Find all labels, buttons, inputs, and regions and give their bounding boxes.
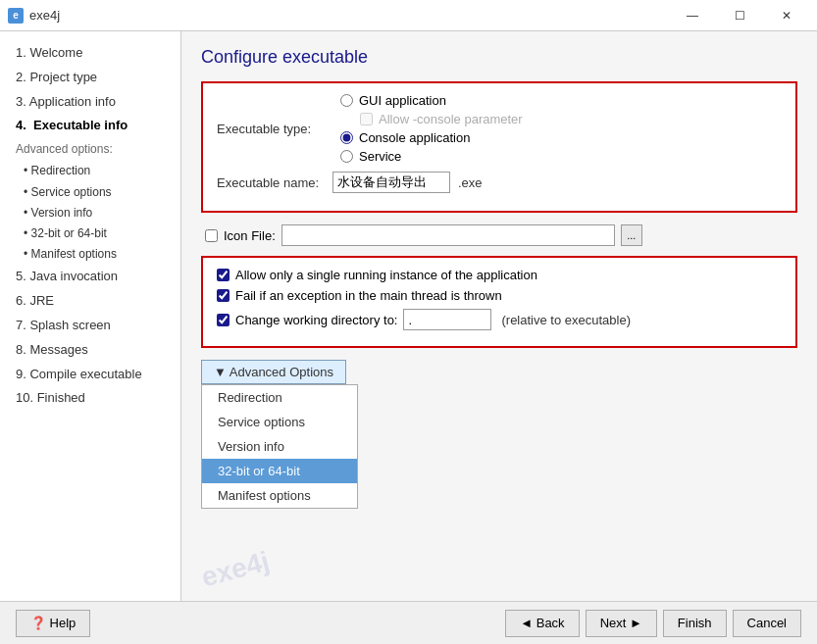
- fail-exception-checkbox[interactable]: [217, 289, 230, 302]
- icon-browse-button[interactable]: ...: [621, 224, 642, 246]
- sidebar-item-version-info[interactable]: • Version info: [0, 203, 180, 223]
- fail-exception-row: Fail if an exception in the main thread …: [217, 288, 782, 303]
- title-bar: e exe4j — ☐ ✕: [0, 0, 817, 31]
- executable-type-section: Executable type: GUI application Allow -…: [201, 81, 797, 213]
- dropdown-item-service-options[interactable]: Service options: [202, 410, 357, 434]
- page-title: Configure executable: [201, 47, 797, 68]
- icon-file-label: Icon File:: [224, 228, 276, 243]
- exe-name-row: Executable name: .exe: [217, 172, 782, 193]
- icon-file-row: Icon File: ...: [205, 224, 797, 246]
- sidebar-item-finished[interactable]: 10. Finished: [0, 386, 180, 411]
- sidebar-item-compile[interactable]: 9. Compile executable: [0, 363, 180, 387]
- sidebar: 1. Welcome 2. Project type 3. Applicatio…: [0, 31, 181, 644]
- main-container: 1. Welcome 2. Project type 3. Applicatio…: [0, 31, 817, 644]
- finish-button[interactable]: Finish: [663, 610, 727, 637]
- sidebar-item-service-options[interactable]: • Service options: [0, 182, 180, 203]
- sidebar-item-redirection[interactable]: • Redirection: [0, 161, 180, 181]
- sidebar-item-messages[interactable]: 8. Messages: [0, 338, 180, 363]
- window-title: exe4j: [29, 8, 60, 23]
- advanced-options-container: ▼ Advanced Options Redirection Service o…: [201, 360, 797, 384]
- working-dir-checkbox[interactable]: [217, 314, 230, 326]
- gui-radio-row: GUI application: [340, 93, 523, 108]
- watermark: exe4j: [198, 545, 273, 593]
- options-section: Allow only a single running instance of …: [201, 256, 797, 348]
- allow-console-checkbox[interactable]: [360, 113, 373, 125]
- cancel-label: Cancel: [747, 616, 787, 630]
- back-label: ◄ Back: [520, 616, 564, 630]
- dropdown-item-32bit[interactable]: 32-bit or 64-bit: [202, 459, 357, 483]
- exe-type-label: Executable type:: [217, 122, 325, 136]
- exe-type-radio-group: GUI application Allow -console parameter…: [340, 93, 523, 164]
- sidebar-item-manifest[interactable]: • Manifest options: [0, 244, 180, 265]
- close-button[interactable]: ✕: [764, 0, 809, 31]
- working-dir-input[interactable]: [403, 309, 491, 330]
- working-dir-row: Change working directory to: (relative t…: [217, 309, 782, 330]
- help-label: ❓ Help: [30, 616, 76, 630]
- gui-label: GUI application: [359, 93, 446, 108]
- content-area: Configure executable Executable type: GU…: [181, 31, 817, 644]
- cancel-button[interactable]: Cancel: [733, 610, 801, 637]
- service-radio-row: Service: [340, 149, 523, 164]
- advanced-options-button[interactable]: ▼ Advanced Options: [201, 360, 346, 384]
- exe-name-input[interactable]: [332, 172, 450, 193]
- sidebar-item-welcome[interactable]: 1. Welcome: [0, 41, 180, 66]
- sidebar-item-exe-info[interactable]: 4. Executable info: [0, 114, 180, 138]
- sidebar-item-jre[interactable]: 6. JRE: [0, 289, 180, 314]
- advanced-dropdown: Redirection Service options Version info…: [201, 384, 358, 509]
- next-button[interactable]: Next ►: [586, 610, 657, 637]
- help-button[interactable]: ❓ Help: [16, 610, 90, 637]
- title-controls: — ☐ ✕: [670, 0, 809, 31]
- allow-console-row: Allow -console parameter: [360, 112, 523, 126]
- allow-console-label: Allow -console parameter: [379, 112, 523, 126]
- dropdown-item-manifest[interactable]: Manifest options: [202, 483, 357, 508]
- console-label: Console application: [359, 130, 470, 145]
- bottom-bar: ❓ Help ◄ Back Next ► Finish Cancel: [0, 601, 817, 644]
- single-instance-label: Allow only a single running instance of …: [235, 268, 537, 282]
- working-dir-label: Change working directory to:: [235, 313, 397, 327]
- exe-type-row: Executable type: GUI application Allow -…: [217, 93, 782, 164]
- dropdown-item-redirection[interactable]: Redirection: [202, 385, 357, 410]
- sidebar-item-java-invocation[interactable]: 5. Java invocation: [0, 265, 180, 289]
- console-radio[interactable]: [340, 131, 353, 144]
- title-bar-left: e exe4j: [8, 8, 60, 24]
- exe-ext: .exe: [458, 175, 483, 190]
- sidebar-item-app-info[interactable]: 3. Application info: [0, 90, 180, 115]
- working-dir-suffix: (relative to executable): [501, 313, 631, 327]
- bottom-right-buttons: ◄ Back Next ► Finish Cancel: [505, 610, 801, 637]
- icon-file-input[interactable]: [281, 224, 615, 246]
- sidebar-section-advanced: Advanced options:: [0, 138, 180, 161]
- sidebar-item-32bit-64bit[interactable]: • 32-bit or 64-bit: [0, 223, 180, 244]
- dropdown-item-version-info[interactable]: Version info: [202, 434, 357, 459]
- console-radio-row: Console application: [340, 130, 523, 145]
- exe-name-label: Executable name:: [217, 175, 325, 190]
- service-label: Service: [359, 149, 401, 164]
- finish-label: Finish: [678, 616, 712, 630]
- next-label: Next ►: [600, 616, 642, 630]
- app-icon: e: [8, 8, 24, 24]
- advanced-btn-label: ▼ Advanced Options: [214, 365, 333, 379]
- minimize-button[interactable]: —: [670, 0, 715, 31]
- gui-radio[interactable]: [340, 94, 353, 107]
- icon-file-checkbox[interactable]: [205, 229, 218, 242]
- service-radio[interactable]: [340, 150, 353, 163]
- single-instance-row: Allow only a single running instance of …: [217, 268, 782, 282]
- sidebar-item-splash[interactable]: 7. Splash screen: [0, 314, 180, 338]
- back-button[interactable]: ◄ Back: [505, 610, 579, 637]
- maximize-button[interactable]: ☐: [717, 0, 762, 31]
- fail-exception-label: Fail if an exception in the main thread …: [235, 288, 502, 303]
- single-instance-checkbox[interactable]: [217, 269, 230, 281]
- sidebar-item-project-type[interactable]: 2. Project type: [0, 66, 180, 90]
